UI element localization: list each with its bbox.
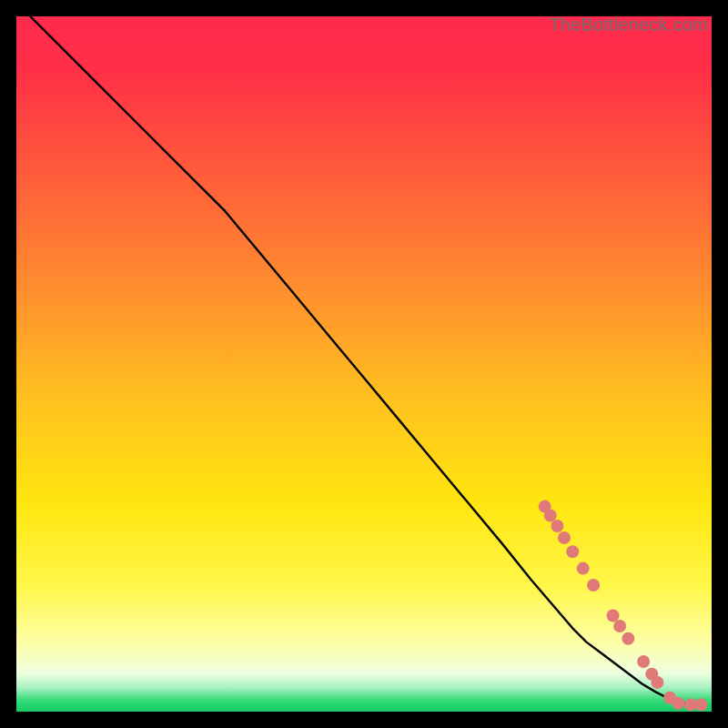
marker-point: [607, 610, 620, 622]
marker-point: [622, 632, 634, 645]
marker-point: [577, 562, 590, 575]
marker-point: [544, 510, 557, 522]
marker-point: [637, 655, 650, 668]
marker-point: [566, 545, 579, 558]
chart-background: [16, 16, 712, 712]
watermark-text: TheBottleneck.com: [549, 15, 708, 35]
marker-point: [613, 620, 626, 632]
marker-point: [651, 676, 663, 689]
chart-plot: [16, 16, 712, 712]
marker-point: [558, 531, 571, 544]
marker-point: [587, 579, 600, 592]
marker-point: [551, 520, 563, 532]
marker-point: [695, 698, 708, 711]
chart-frame: TheBottleneck.com: [16, 16, 712, 712]
marker-point: [672, 697, 684, 710]
